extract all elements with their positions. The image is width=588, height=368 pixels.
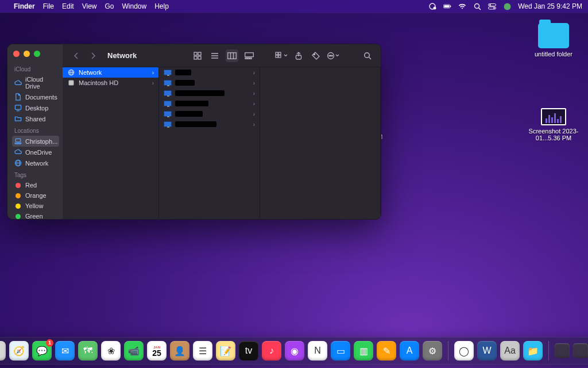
dock-appstore[interactable]: A (400, 341, 419, 361)
desktop-screenshot[interactable]: Screenshot 2023-01...5.36 PM (526, 108, 581, 141)
menu-window[interactable]: Window (122, 2, 147, 10)
badge: 1 (46, 339, 53, 347)
menu-go[interactable]: Go (105, 2, 114, 10)
app-name[interactable]: Finder (14, 2, 35, 10)
dock-messages[interactable]: 💬1 (32, 341, 52, 361)
column-row-macintosh-hd[interactable]: Macintosh HD› (63, 78, 158, 88)
chevron-right-icon: › (253, 121, 255, 128)
dock: 🙂▦🧭💬1✉︎🗺❀📹JAN25👤☰📝tv♪◉N▭▥✎A⚙︎◯WAa📁⬇︎🗑 (0, 337, 588, 365)
column-2[interactable]: ›››››› (159, 67, 260, 219)
network-computer-row[interactable]: › (159, 109, 260, 119)
sidebar-item-label: iCloud Drive (25, 76, 57, 90)
sidebar-item-network[interactable]: Network (12, 158, 59, 168)
dock-numbers[interactable]: ▥ (354, 341, 373, 361)
sidebar-item-icloud-drive[interactable]: iCloud Drive (12, 74, 59, 91)
sidebar-item-red[interactable]: Red (12, 180, 59, 190)
svg-point-42 (365, 52, 370, 57)
dock-reminders[interactable]: ☰ (193, 341, 212, 361)
wifi-icon[interactable] (458, 2, 466, 10)
svg-point-11 (504, 3, 510, 10)
sidebar-header: Locations (14, 128, 59, 134)
dock-recent-folder[interactable]: 📁 (523, 341, 543, 361)
dock-pages[interactable]: ✎ (377, 341, 396, 361)
sidebar-item-orange[interactable]: Orange (12, 190, 59, 201)
network-computer-row[interactable]: › (159, 88, 260, 98)
close-button[interactable] (13, 51, 20, 57)
dock-word[interactable]: W (477, 341, 497, 361)
dock-settings[interactable]: ⚙︎ (423, 341, 442, 361)
clock[interactable]: Wed Jan 25 9:42 PM (518, 2, 582, 10)
computer-icon (164, 69, 172, 76)
svg-rect-20 (194, 56, 197, 59)
dock-appletv[interactable]: tv (239, 341, 258, 361)
dock-contacts[interactable]: 👤 (170, 341, 189, 361)
desktop-folder-label: untitled folder (526, 51, 581, 57)
column-view: Network›Macintosh HD› ›››››› (63, 67, 381, 219)
dock-photos[interactable]: ❀ (101, 341, 121, 361)
back-button[interactable] (69, 49, 82, 62)
maximize-button[interactable] (34, 51, 40, 57)
user-icon[interactable] (503, 2, 511, 10)
window-title: Network (107, 51, 137, 60)
dock-keynote[interactable]: ▭ (331, 341, 350, 361)
sidebar-item-green[interactable]: Green (12, 211, 59, 220)
dock-fontbook[interactable]: Aa (500, 341, 520, 361)
sidebar-item-documents[interactable]: Documents (12, 91, 59, 102)
svg-rect-34 (276, 55, 278, 57)
finder-window: iCloudiCloud DriveDocumentsDesktopShared… (7, 44, 381, 220)
menu-help[interactable]: Help (154, 2, 169, 10)
view-gallery-button[interactable] (243, 49, 256, 62)
tag-button[interactable] (310, 49, 322, 62)
network-computer-row[interactable]: › (159, 67, 260, 78)
forward-button[interactable] (87, 49, 99, 62)
network-computer-row[interactable]: › (159, 78, 260, 88)
view-column-button[interactable] (226, 49, 238, 62)
dock-music[interactable]: ♪ (262, 341, 281, 361)
dock-maps[interactable]: 🗺 (78, 341, 98, 361)
dock-facetime[interactable]: 📹 (124, 341, 144, 361)
dock-chrome[interactable]: ◯ (454, 341, 474, 361)
hdd-icon (67, 79, 75, 86)
menu-view[interactable]: View (82, 2, 97, 10)
sidebar-item-label: Documents (25, 94, 57, 101)
sidebar-item-yellow[interactable]: Yellow (12, 201, 59, 211)
search-button[interactable] (361, 49, 374, 62)
network-computer-row[interactable]: › (159, 98, 260, 109)
computer-icon (164, 90, 172, 97)
chevron-right-icon: › (253, 80, 255, 86)
svg-rect-31 (250, 57, 252, 59)
menu-file[interactable]: File (43, 2, 54, 10)
dock-notes[interactable]: 📝 (216, 341, 235, 361)
dock-mini2[interactable] (573, 343, 588, 358)
svg-rect-47 (69, 80, 74, 86)
status-icon[interactable] (428, 2, 436, 10)
column-row-network[interactable]: Network› (63, 67, 158, 78)
sidebar-item-onedrive[interactable]: OneDrive (12, 147, 59, 158)
view-list-button[interactable] (208, 49, 221, 62)
action-button[interactable] (327, 49, 339, 62)
dock-mail[interactable]: ✉︎ (55, 341, 75, 361)
dock-launchpad[interactable]: ▦ (0, 341, 6, 361)
menu-edit[interactable]: Edit (62, 2, 74, 10)
sidebar-item-desktop[interactable]: Desktop (12, 102, 59, 113)
minimize-button[interactable] (24, 51, 30, 57)
desktop-folder[interactable]: untitled folder (526, 23, 581, 57)
dock-calendar[interactable]: JAN25 (147, 341, 167, 361)
column-3[interactable] (260, 67, 381, 219)
view-icon-button[interactable] (191, 49, 204, 62)
dock-news[interactable]: N (308, 341, 327, 361)
laptop-icon (14, 137, 22, 145)
network-computer-row[interactable]: › (159, 119, 260, 129)
column-1[interactable]: Network›Macintosh HD› (63, 67, 159, 219)
control-center-icon[interactable] (488, 2, 496, 10)
share-button[interactable] (292, 49, 305, 62)
spotlight-icon[interactable] (473, 2, 481, 10)
sidebar-item-christoph-[interactable]: Christoph... (12, 136, 59, 147)
group-button[interactable] (275, 49, 288, 62)
dock-mini1[interactable] (555, 343, 570, 358)
dock-safari[interactable]: 🧭 (9, 341, 29, 361)
sidebar-item-shared[interactable]: Shared (12, 113, 59, 124)
battery-icon[interactable] (443, 2, 451, 10)
dock-podcasts[interactable]: ◉ (285, 341, 304, 361)
tag-dot-icon (16, 183, 21, 188)
